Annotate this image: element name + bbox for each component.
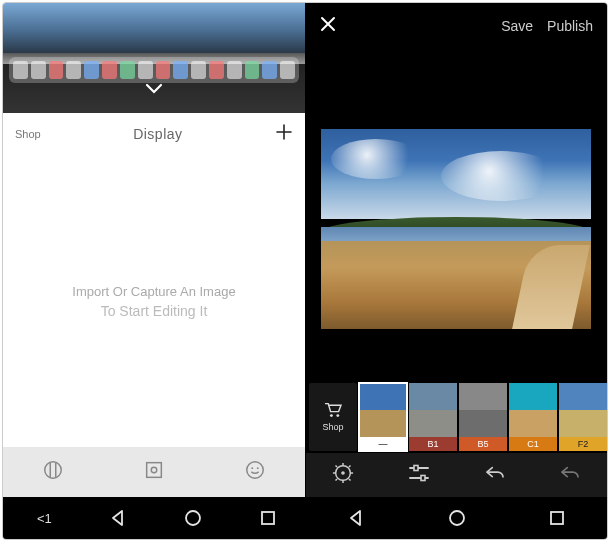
sliders-icon[interactable] [407,463,431,487]
nav-home-button[interactable] [183,508,203,528]
filter-label: C1 [509,437,557,451]
svg-rect-13 [262,512,274,524]
filter-preview [459,383,507,437]
chevron-down-icon[interactable] [145,79,163,100]
filter-preview [359,383,407,437]
svg-point-12 [186,511,200,525]
svg-point-2 [151,467,157,473]
svg-rect-1 [147,463,162,478]
filter-preview [409,383,457,437]
presets-wheel-icon[interactable] [332,462,354,488]
edited-photo [321,129,591,329]
svg-point-4 [251,467,253,469]
svg-point-3 [246,462,263,479]
camera-frame-icon[interactable] [143,459,165,485]
svg-point-14 [450,511,464,525]
filter-thumb-—[interactable]: — [359,383,407,451]
svg-point-5 [256,467,258,469]
image-canvas[interactable] [305,49,607,381]
android-navbar-left: <1 [3,497,305,539]
filter-label: B1 [409,437,457,451]
cart-icon [323,402,343,418]
svg-rect-11 [421,476,425,481]
empty-line-1: Import Or Capture An Image [72,284,235,299]
nav-back-button[interactable] [346,508,366,528]
smiley-icon[interactable] [244,459,266,485]
library-header: Shop Display [3,113,305,155]
svg-point-7 [336,414,339,417]
editor-header: Save Publish [305,3,607,49]
close-button[interactable] [319,15,337,38]
library-bottom-bar [3,447,305,497]
redo-icon[interactable] [559,464,581,486]
filter-thumb-b5[interactable]: B5 [459,383,507,451]
shop-link[interactable]: Shop [15,128,41,140]
library-pane: Shop Display Import Or Capture An Image … [3,3,305,497]
empty-line-2: To Start Editing It [101,303,208,319]
columns-icon[interactable] [42,459,64,485]
svg-point-6 [330,414,333,417]
publish-button[interactable]: Publish [547,18,593,34]
svg-point-9 [341,471,345,475]
library-title[interactable]: Display [41,126,275,142]
editor-pane: Save Publish Shop —B1B5C1F2 [305,3,607,497]
filter-shop-tile[interactable]: Shop [309,383,357,451]
filter-shop-label: Shop [322,422,343,432]
empty-state: Import Or Capture An Image To Start Edit… [3,155,305,447]
svg-rect-10 [414,466,418,471]
background-preview [3,3,305,113]
filter-preview [559,383,607,437]
add-button[interactable] [275,121,293,147]
undo-icon[interactable] [484,464,506,486]
filter-label: F2 [559,437,607,451]
filter-label: B5 [459,437,507,451]
android-navbars: <1 [3,497,607,539]
svg-point-0 [45,462,62,479]
filter-thumb-f2[interactable]: F2 [559,383,607,451]
filter-preview [509,383,557,437]
filter-thumb-c1[interactable]: C1 [509,383,557,451]
filter-thumb-b1[interactable]: B1 [409,383,457,451]
nav-recents-button[interactable] [259,509,277,527]
android-navbar-right [305,497,607,539]
nav-back-button[interactable] [108,508,128,528]
svg-rect-15 [551,512,563,524]
nav-recents-button[interactable] [548,509,566,527]
filter-label: — [359,437,407,451]
notification-badge: <1 [31,511,52,526]
editor-toolbar [305,453,607,497]
save-button[interactable]: Save [501,18,533,34]
filter-row: Shop —B1B5C1F2 [305,381,607,453]
nav-home-button[interactable] [447,508,467,528]
